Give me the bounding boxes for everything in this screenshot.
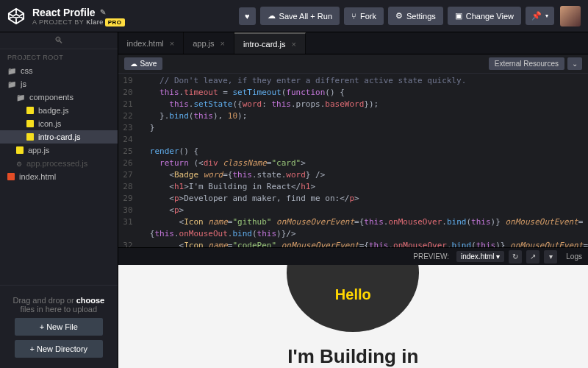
new-directory-button[interactable]: + New Directory	[15, 340, 103, 358]
collapse-button[interactable]: ▾	[544, 250, 557, 263]
chevron-down-icon: ▾	[545, 13, 548, 19]
save-all-run-button[interactable]: ☁Save All + Run	[260, 7, 340, 25]
project-title-text: React Profile	[32, 7, 96, 18]
folder-icon	[16, 93, 25, 102]
project-title[interactable]: React Profile ✎	[32, 7, 125, 18]
line-number: 20	[118, 87, 140, 99]
js-file-icon	[26, 120, 34, 127]
layout-icon: ▣	[455, 11, 462, 21]
code-line[interactable]: 27 <Badge word={this.state.word} />	[118, 169, 588, 181]
code-text: <Icon name="codePen" onMouseOverEvent={t…	[140, 240, 588, 247]
close-icon[interactable]: ×	[220, 39, 225, 48]
new-file-button[interactable]: + New File	[15, 318, 103, 336]
code-text: <h1>I'm Building in React</h1>	[140, 181, 315, 193]
code-line[interactable]: 31 <Icon name="github" onMouseOverEvent=…	[118, 216, 588, 228]
pro-badge: PRO	[105, 18, 125, 26]
code-text: <Badge word={this.state.word} />	[140, 169, 326, 181]
preview-toolbar: PREVIEW: index.html ▾ ↻ ↗ ▾ Logs	[118, 247, 588, 265]
fork-button[interactable]: ⑂Fork	[344, 7, 384, 25]
line-number: 23	[118, 122, 140, 134]
code-text: {this.onMouseOut.bind(this)}/>	[140, 228, 296, 240]
heart-icon: ♥	[245, 12, 250, 21]
code-line[interactable]: 24	[118, 134, 588, 146]
code-line[interactable]: 32 <Icon name="codePen" onMouseOverEvent…	[118, 240, 588, 247]
codepen-logo-icon	[7, 7, 25, 25]
choose-link[interactable]: choose	[76, 296, 105, 305]
edit-icon[interactable]: ✎	[100, 8, 106, 16]
code-text: this.timeout = setTimeout(function() {	[140, 87, 345, 99]
file-tree-item[interactable]: js	[0, 77, 118, 91]
pin-button[interactable]: 📌▾	[526, 7, 554, 25]
tab-label: index.html	[127, 39, 164, 48]
editor-tab[interactable]: index.html×	[118, 32, 184, 54]
code-editor[interactable]: 19 // Don't leave, if they enter a diffe…	[118, 74, 588, 247]
drop-zone[interactable]: Drag and drop or choose files in here to…	[0, 285, 118, 368]
file-label: badge.js	[38, 106, 69, 115]
code-line[interactable]: 30 <p>	[118, 205, 588, 216]
file-label: app.js	[28, 146, 49, 155]
file-label: app.processed.js	[26, 159, 87, 168]
file-label: index.html	[19, 172, 56, 181]
line-number: 22	[118, 110, 140, 122]
file-tree-item[interactable]: index.html	[0, 170, 118, 183]
code-text: <Icon name="github" onMouseOverEvent={th…	[140, 216, 584, 228]
editor-tabs: index.html×app.js×intro-card.js×	[118, 32, 588, 54]
folder-icon	[7, 66, 16, 75]
code-line[interactable]: {this.onMouseOut.bind(this)}/>	[118, 228, 588, 240]
author-link[interactable]: Klare	[86, 18, 104, 26]
user-avatar[interactable]	[560, 6, 581, 26]
editor-tab[interactable]: app.js×	[184, 32, 234, 54]
file-tree-item[interactable]: app.processed.js	[0, 157, 118, 170]
refresh-button[interactable]: ↻	[509, 250, 522, 263]
change-view-button[interactable]: ▣Change View	[448, 7, 521, 25]
file-label: intro-card.js	[38, 132, 80, 141]
code-text: render() {	[140, 146, 199, 158]
html-file-icon	[7, 173, 15, 180]
line-number: 27	[118, 169, 140, 181]
gear-icon	[16, 159, 22, 168]
file-sidebar: 🔍︎ PROJECT ROOT cssjscomponentsbadge.jsi…	[0, 32, 118, 368]
line-number: 31	[118, 216, 140, 228]
file-tree: cssjscomponentsbadge.jsicon.jsintro-card…	[0, 64, 118, 285]
external-resources-button[interactable]: External Resources	[489, 57, 564, 70]
code-line[interactable]: 19 // Don't leave, if they enter a diffe…	[118, 75, 588, 87]
logs-button[interactable]: Logs	[566, 252, 582, 261]
code-line[interactable]: 25 render() {	[118, 146, 588, 158]
js-file-icon	[26, 133, 34, 141]
file-tree-item[interactable]: badge.js	[0, 104, 118, 117]
code-line[interactable]: 29 <p>Developer and maker, find me on:</…	[118, 193, 588, 205]
fork-icon: ⑂	[351, 12, 356, 21]
external-chevron-button[interactable]: ⌄	[567, 57, 582, 70]
file-tree-item[interactable]: icon.js	[0, 117, 118, 130]
code-text: }	[140, 122, 155, 134]
search-button[interactable]: 🔍︎	[0, 32, 118, 49]
popout-button[interactable]: ↗	[526, 250, 539, 263]
code-line[interactable]: 22 }.bind(this), 10);	[118, 110, 588, 122]
save-button[interactable]: ☁Save	[124, 57, 163, 70]
line-number: 19	[118, 75, 140, 87]
code-line[interactable]: 23 }	[118, 122, 588, 134]
close-icon[interactable]: ×	[291, 40, 295, 49]
folder-icon	[7, 79, 16, 88]
code-line[interactable]: 28 <h1>I'm Building in React</h1>	[118, 181, 588, 193]
line-number: 30	[118, 205, 140, 216]
project-root-label: PROJECT ROOT	[0, 49, 118, 64]
close-icon[interactable]: ×	[170, 39, 174, 48]
editor-tab[interactable]: intro-card.js×	[234, 32, 306, 54]
gear-icon: ⚙	[395, 11, 403, 21]
line-number	[118, 228, 140, 240]
js-file-icon	[26, 107, 34, 114]
file-tree-item[interactable]: css	[0, 64, 118, 77]
code-line[interactable]: 21 this.setState({word: this.props.baseW…	[118, 99, 588, 110]
preview-file-select[interactable]: index.html ▾	[456, 251, 504, 262]
file-tree-item[interactable]: app.js	[0, 144, 118, 157]
settings-button[interactable]: ⚙Settings	[388, 7, 443, 25]
code-line[interactable]: 26 return (<div className="card">	[118, 158, 588, 169]
file-tree-item[interactable]: intro-card.js	[0, 130, 118, 144]
code-text: return (<div className="card">	[140, 158, 306, 169]
code-line[interactable]: 20 this.timeout = setTimeout(function() …	[118, 87, 588, 99]
file-label: components	[29, 93, 74, 102]
file-label: css	[21, 66, 33, 75]
heart-button[interactable]: ♥	[239, 7, 256, 25]
file-tree-item[interactable]: components	[0, 91, 118, 104]
